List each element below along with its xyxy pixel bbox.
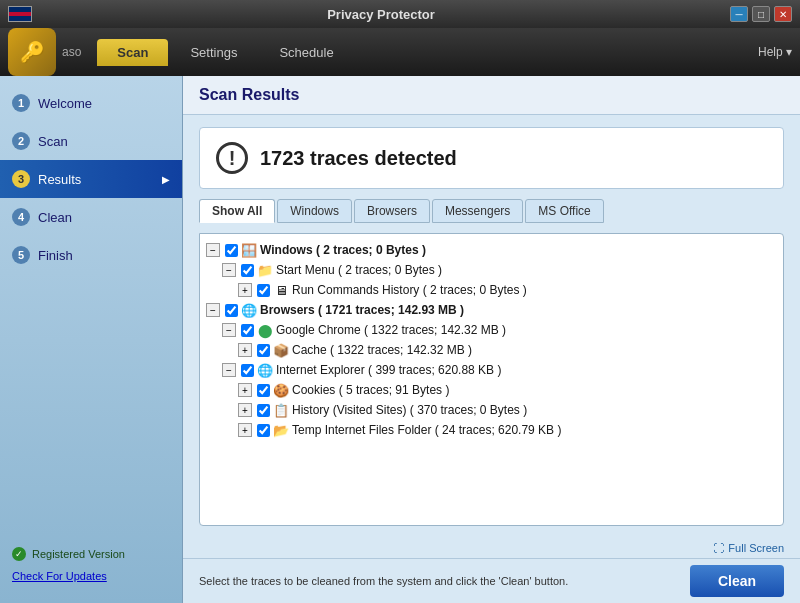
tab-scan[interactable]: Scan	[97, 39, 168, 66]
cookies-icon: 🍪	[273, 382, 289, 398]
filter-tab-show-all[interactable]: Show All	[199, 199, 275, 223]
check-browsers[interactable]	[225, 304, 238, 317]
fullscreen-button[interactable]: ⛶ Full Screen	[713, 542, 784, 554]
tree-row-cookies: + 🍪 Cookies ( 5 traces; 91 Bytes )	[238, 380, 777, 400]
tree-row-run-commands: + 🖥 Run Commands History ( 2 traces; 0 B…	[238, 280, 777, 300]
logo-icon: 🔑	[8, 28, 56, 76]
page-title: Scan Results	[199, 86, 784, 104]
cookies-label: Cookies ( 5 traces; 91 Bytes )	[292, 383, 449, 397]
instruction-bar: Select the traces to be cleaned from the…	[183, 558, 800, 603]
tree-row-temp-files: + 📂 Temp Internet Files Folder ( 24 trac…	[238, 420, 777, 440]
sidebar-item-welcome[interactable]: 1 Welcome	[0, 84, 182, 122]
sidebar-item-scan[interactable]: 2 Scan	[0, 122, 182, 160]
expand-temp-files[interactable]: +	[238, 423, 252, 437]
tab-schedule[interactable]: Schedule	[259, 39, 353, 66]
content-header: Scan Results	[183, 76, 800, 115]
expand-history[interactable]: +	[238, 403, 252, 417]
nav-bar: 🔑 aso Scan Settings Schedule Help ▾	[0, 28, 800, 76]
instruction-text: Select the traces to be cleaned from the…	[199, 575, 690, 587]
sidebar-item-results-label: Results	[38, 172, 81, 187]
cache-icon: 📦	[273, 342, 289, 358]
start-menu-label: Start Menu ( 2 traces; 0 Bytes )	[276, 263, 442, 277]
sidebar: 1 Welcome 2 Scan 3 Results ▶ 4 Clean 5 F…	[0, 76, 183, 603]
sidebar-bottom: ✓ Registered Version Check For Updates	[0, 535, 182, 595]
tree-row-windows: − 🪟 Windows ( 2 traces; 0 Bytes )	[206, 240, 777, 260]
expand-chrome[interactable]: −	[222, 323, 236, 337]
tree-row-browsers: − 🌐 Browsers ( 1721 traces; 142.93 MB )	[206, 300, 777, 320]
tree-row-start-menu: − 📁 Start Menu ( 2 traces; 0 Bytes )	[222, 260, 777, 280]
tree-row-ie: − 🌐 Internet Explorer ( 399 traces; 620.…	[222, 360, 777, 380]
sidebar-item-finish-label: Finish	[38, 248, 73, 263]
fullscreen-label: Full Screen	[728, 542, 784, 554]
check-temp-files[interactable]	[257, 424, 270, 437]
filter-tab-messengers[interactable]: Messengers	[432, 199, 523, 223]
cache-label: Cache ( 1322 traces; 142.32 MB )	[292, 343, 472, 357]
sidebar-item-welcome-label: Welcome	[38, 96, 92, 111]
check-history[interactable]	[257, 404, 270, 417]
tab-settings[interactable]: Settings	[170, 39, 257, 66]
app-title: Privacy Protector	[32, 7, 730, 22]
windows-icon: 🪟	[241, 242, 257, 258]
expand-cache[interactable]: +	[238, 343, 252, 357]
filter-tab-windows[interactable]: Windows	[277, 199, 352, 223]
check-ie[interactable]	[241, 364, 254, 377]
chrome-icon: ⬤	[257, 322, 273, 338]
content-area: Scan Results ! 1723 traces detected Show…	[183, 76, 800, 603]
registered-label: Registered Version	[32, 548, 125, 560]
registered-status: ✓ Registered Version	[12, 547, 170, 561]
minimize-button[interactable]: ─	[730, 6, 748, 22]
close-button[interactable]: ✕	[774, 6, 792, 22]
sidebar-item-finish[interactable]: 5 Finish	[0, 236, 182, 274]
check-run-commands[interactable]	[257, 284, 270, 297]
tree-area: − 🪟 Windows ( 2 traces; 0 Bytes ) − 📁 St…	[199, 233, 784, 526]
logo-text: aso	[62, 45, 81, 59]
sidebar-item-clean-label: Clean	[38, 210, 72, 225]
step-4-num: 4	[12, 208, 30, 226]
warning-icon: !	[216, 142, 248, 174]
temp-files-icon: 📂	[273, 422, 289, 438]
step-3-num: 3	[12, 170, 30, 188]
browsers-icon: 🌐	[241, 302, 257, 318]
history-label: History (Visited Sites) ( 370 traces; 0 …	[292, 403, 527, 417]
expand-start-menu[interactable]: −	[222, 263, 236, 277]
tree-row-history: + 📋 History (Visited Sites) ( 370 traces…	[238, 400, 777, 420]
clean-button[interactable]: Clean	[690, 565, 784, 597]
check-windows[interactable]	[225, 244, 238, 257]
detected-banner: ! 1723 traces detected	[199, 127, 784, 189]
ie-icon: 🌐	[257, 362, 273, 378]
maximize-button[interactable]: □	[752, 6, 770, 22]
expand-run-commands[interactable]: +	[238, 283, 252, 297]
start-menu-icon: 📁	[257, 262, 273, 278]
fullscreen-row: ⛶ Full Screen	[183, 538, 800, 558]
sidebar-item-clean[interactable]: 4 Clean	[0, 198, 182, 236]
help-menu[interactable]: Help ▾	[758, 45, 792, 59]
expand-ie[interactable]: −	[222, 363, 236, 377]
filter-tab-browsers[interactable]: Browsers	[354, 199, 430, 223]
step-5-num: 5	[12, 246, 30, 264]
sidebar-item-scan-label: Scan	[38, 134, 68, 149]
check-chrome[interactable]	[241, 324, 254, 337]
check-cookies[interactable]	[257, 384, 270, 397]
expand-browsers[interactable]: −	[206, 303, 220, 317]
run-commands-label: Run Commands History ( 2 traces; 0 Bytes…	[292, 283, 527, 297]
window-controls: ─ □ ✕	[730, 6, 792, 22]
tree-row-chrome: − ⬤ Google Chrome ( 1322 traces; 142.32 …	[222, 320, 777, 340]
check-updates-link[interactable]: Check For Updates	[12, 570, 107, 582]
step-1-num: 1	[12, 94, 30, 112]
results-arrow-icon: ▶	[162, 174, 170, 185]
filter-tab-ms-office[interactable]: MS Office	[525, 199, 603, 223]
tree-row-cache: + 📦 Cache ( 1322 traces; 142.32 MB )	[238, 340, 777, 360]
browsers-label: Browsers ( 1721 traces; 142.93 MB )	[260, 303, 464, 317]
expand-windows[interactable]: −	[206, 243, 220, 257]
ie-label: Internet Explorer ( 399 traces; 620.88 K…	[276, 363, 501, 377]
sidebar-item-results[interactable]: 3 Results ▶	[0, 160, 182, 198]
flag-icon	[8, 6, 32, 22]
logo-area: 🔑 aso	[8, 28, 81, 76]
check-cache[interactable]	[257, 344, 270, 357]
check-start-menu[interactable]	[241, 264, 254, 277]
fullscreen-icon: ⛶	[713, 542, 724, 554]
expand-cookies[interactable]: +	[238, 383, 252, 397]
history-icon: 📋	[273, 402, 289, 418]
title-bar: Privacy Protector ─ □ ✕	[0, 0, 800, 28]
windows-label: Windows ( 2 traces; 0 Bytes )	[260, 243, 426, 257]
